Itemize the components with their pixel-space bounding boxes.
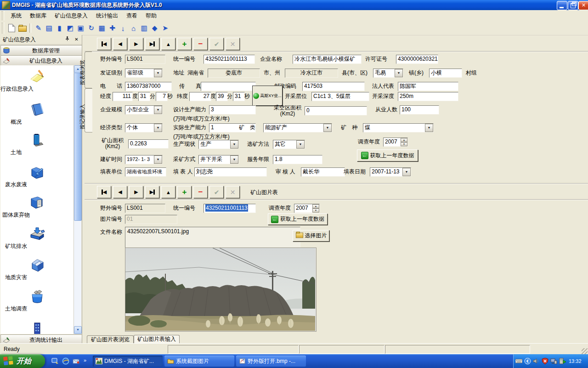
- survey-year-spinner[interactable]: 2007 ▲▼: [383, 138, 408, 147]
- status-combo[interactable]: 生产▼: [198, 140, 239, 149]
- built-combo[interactable]: 1972- 1- 3▼: [125, 155, 163, 164]
- chevron-down-icon[interactable]: ▼: [230, 140, 238, 149]
- goaf-input[interactable]: 0: [305, 106, 367, 115]
- keyboard-tray-icon[interactable]: [515, 358, 522, 364]
- import-icon[interactable]: ◩: [65, 23, 75, 33]
- cert-level-combo[interactable]: 省部级▼: [125, 69, 163, 78]
- county-combo[interactable]: 毛易▼: [373, 69, 403, 78]
- pic-nav-cancel-button[interactable]: ✕: [226, 186, 240, 198]
- fax-input[interactable]: [201, 82, 256, 91]
- filler-input[interactable]: 刘志尧: [194, 167, 267, 177]
- restore-button[interactable]: [568, 1, 578, 10]
- scroll-down-icon[interactable]: ▼: [74, 326, 82, 334]
- sidebar-item-solid-waste[interactable]: 固体废弃物: [0, 195, 74, 211]
- spin-up-icon[interactable]: ▲: [401, 138, 407, 142]
- lon-min-input[interactable]: 31: [138, 92, 150, 101]
- close-panel-icon[interactable]: ✕: [73, 36, 80, 43]
- field-no-input[interactable]: LS001: [125, 55, 165, 64]
- edit-record-icon[interactable]: ✎: [33, 23, 44, 33]
- pic-year-spinner[interactable]: 2007 ▲▼: [294, 204, 320, 213]
- taskbar-window-folder[interactable]: 系统截图图片: [164, 356, 234, 367]
- pic-no-input[interactable]: 01: [125, 215, 177, 224]
- menu-statistics-output[interactable]: 统计输出: [92, 11, 122, 21]
- building-icon[interactable]: ▥: [139, 23, 149, 33]
- recycle-icon[interactable]: ↻: [86, 23, 96, 33]
- chevron-down-icon[interactable]: ▼: [230, 155, 238, 164]
- chevron-down-icon[interactable]: ▼: [154, 106, 162, 114]
- chevron-down-icon[interactable]: ▼: [323, 124, 332, 132]
- nav-next-button[interactable]: ▶: [129, 38, 143, 50]
- pic-fetch-prev-year-button[interactable]: ←获取上一年度数据: [268, 213, 328, 225]
- chevron-down-icon[interactable]: ▼: [425, 124, 433, 132]
- scroll-thumb[interactable]: [74, 73, 82, 221]
- taskbar-window-dmgis[interactable]: DMGIS - 湖南省矿...: [93, 356, 163, 367]
- nav-delete-button[interactable]: −: [193, 38, 208, 50]
- lat-deg-input[interactable]: 27: [189, 92, 211, 101]
- file-name-box[interactable]: 4325022007LS00101.jpg: [125, 227, 300, 248]
- menu-view[interactable]: 查看: [122, 11, 141, 21]
- close-button[interactable]: ✕: [578, 1, 588, 10]
- fill-unit-input[interactable]: 湖南省地质环境: [125, 167, 166, 177]
- phone-input[interactable]: 13607387000: [125, 82, 172, 91]
- menu-help[interactable]: 帮助: [141, 11, 161, 21]
- pic-nav-refresh-button[interactable]: ▲: [161, 186, 175, 198]
- nav-refresh-button[interactable]: ▲: [161, 38, 175, 50]
- pin-icon[interactable]: [63, 36, 71, 43]
- tab-table-browse[interactable]: 按表格浏览: [85, 52, 92, 88]
- chevron-down-icon[interactable]: ▼: [296, 140, 305, 149]
- legal-input[interactable]: 陈国军: [398, 82, 458, 91]
- nav-cancel-button[interactable]: ✕: [226, 38, 240, 50]
- nav-insert-button[interactable]: +: [177, 38, 192, 50]
- depth-input[interactable]: 250m: [398, 92, 458, 101]
- sidebar-item-land[interactable]: 土地: [0, 132, 74, 148]
- tab-picture-browse[interactable]: 矿山图片表浏览: [87, 335, 134, 344]
- design-cap-input[interactable]: 3: [209, 105, 256, 115]
- land-icon[interactable]: ▮: [54, 23, 65, 33]
- nav-last-button[interactable]: ▶: [145, 38, 159, 50]
- pic-unified-no-input[interactable]: 43250211001113: [204, 204, 256, 213]
- auditor-input[interactable]: 戴长华: [301, 167, 345, 177]
- taskbar-window-paint[interactable]: 野外版打开.bmp -...: [236, 356, 306, 367]
- quick-launch-mail-icon[interactable]: [73, 357, 80, 365]
- lat-sec-input[interactable]: 31: [233, 92, 245, 101]
- sidebar-item-overview[interactable]: 概况: [0, 102, 74, 118]
- language-bar-icon[interactable]: [524, 358, 531, 364]
- unified-no-input[interactable]: 43250211001113: [204, 55, 255, 64]
- geo-hazard-icon[interactable]: ✚: [107, 23, 118, 33]
- chevron-down-icon[interactable]: ▼: [154, 69, 162, 77]
- overview-icon[interactable]: ▤: [44, 23, 54, 33]
- mine-drainage-icon[interactable]: ▦: [96, 23, 107, 33]
- pic-nav-prev-button[interactable]: ◀: [113, 186, 127, 198]
- start-button[interactable]: 开始: [0, 354, 45, 368]
- security-shield-icon[interactable]: [542, 358, 548, 364]
- pic-nav-last-button[interactable]: ▶: [145, 186, 159, 198]
- measure-icon[interactable]: ⌂: [128, 23, 139, 33]
- minimize-button[interactable]: [557, 1, 567, 10]
- menu-system[interactable]: 系统: [6, 11, 26, 21]
- gauss-xy-button[interactable]: 高斯XY坐...: [252, 86, 283, 106]
- workers-input[interactable]: 100: [400, 105, 439, 115]
- survey-icon[interactable]: ◆: [149, 23, 160, 33]
- quick-launch-ie-icon[interactable]: [62, 357, 69, 365]
- sidebar-item-land-survey[interactable]: 土地调查: [0, 289, 74, 305]
- spin-down-icon[interactable]: ▼: [312, 208, 319, 213]
- postcode-input[interactable]: 417503: [302, 82, 365, 91]
- pic-nav-post-button[interactable]: ✔: [209, 186, 224, 198]
- sidebar-item-admin-info[interactable]: 行政信息录入: [0, 69, 74, 85]
- pic-nav-delete-button[interactable]: −: [193, 186, 208, 198]
- fill-date-combo[interactable]: 2007-11-13▼: [370, 167, 411, 177]
- nav-prev-button[interactable]: ◀: [113, 38, 127, 50]
- sidebar-group-mine-entry[interactable]: 矿山信息录入: [0, 55, 82, 66]
- open-folder-icon[interactable]: [17, 23, 28, 33]
- pump-icon[interactable]: ↓: [118, 23, 128, 33]
- chevron-down-icon[interactable]: ▼: [154, 124, 162, 132]
- mine-kind-combo[interactable]: 煤▼: [363, 123, 434, 132]
- pic-field-no-input[interactable]: LS001: [125, 204, 165, 213]
- enterprise-input[interactable]: 冷水江市毛易镇小横煤矿: [293, 55, 362, 64]
- volume-tray-icon[interactable]: [533, 358, 540, 364]
- sidebar-item-wastewater[interactable]: 废水废液: [0, 165, 74, 180]
- sidebar-item-geo-hazard[interactable]: 地质灾害: [0, 258, 74, 273]
- tab-picture-input[interactable]: 矿山图片表输入: [134, 335, 180, 344]
- spin-down-icon[interactable]: ▼: [401, 142, 407, 146]
- econ-combo[interactable]: 个体▼: [125, 123, 163, 132]
